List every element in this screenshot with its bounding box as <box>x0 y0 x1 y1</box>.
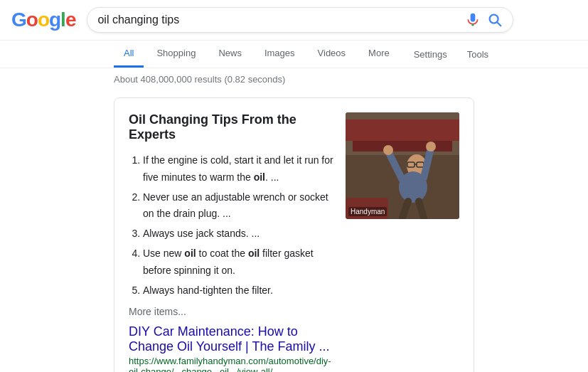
settings-link[interactable]: Settings <box>405 42 456 67</box>
image-credit: Handyman <box>348 207 387 216</box>
nav-tabs: All Shopping News Images Videos More Set… <box>0 41 588 68</box>
main-content: Oil Changing Tips From the Experts If th… <box>0 90 588 372</box>
svg-rect-5 <box>346 119 459 141</box>
list-item: If the engine is cold, start it and let … <box>143 152 334 186</box>
tab-shopping[interactable]: Shopping <box>146 41 205 68</box>
svg-rect-6 <box>353 141 452 152</box>
list-item: Never use an adjustable wrench or socket… <box>143 189 334 223</box>
google-logo: Google <box>11 9 75 31</box>
list-item: Always use jack stands. ... <box>143 225 334 243</box>
result-image-inner: Handyman <box>346 112 459 219</box>
tab-more[interactable]: More <box>358 41 400 68</box>
list-item: Always hand-tighten the filter. <box>143 282 334 299</box>
svg-point-14 <box>383 145 393 155</box>
list-item: Use new oil to coat the oil filter gaske… <box>143 245 334 280</box>
svg-line-17 <box>419 201 424 218</box>
search-bar <box>87 7 513 33</box>
link-row: DIY Car Maintenance: How to Change Oil Y… <box>129 324 334 372</box>
mic-icon[interactable] <box>466 13 480 27</box>
mechanic-illustration <box>346 112 459 219</box>
svg-line-2 <box>498 22 501 26</box>
result-link[interactable]: DIY Car Maintenance: How to Change Oil Y… <box>129 324 329 354</box>
tools-link[interactable]: Tools <box>459 42 497 67</box>
results-info: About 408,000,000 results (0.82 seconds) <box>0 68 588 90</box>
result-card-title: Oil Changing Tips From the Experts <box>129 112 334 142</box>
result-text: Oil Changing Tips From the Experts If th… <box>129 112 334 372</box>
tab-images[interactable]: Images <box>255 41 305 68</box>
search-icons <box>466 12 503 28</box>
result-url: https://www.familyhandyman.com/automotiv… <box>129 356 334 372</box>
search-input[interactable] <box>97 14 460 26</box>
tab-news[interactable]: News <box>208 41 252 68</box>
result-image: Handyman <box>346 112 459 219</box>
tab-all[interactable]: All <box>114 41 144 68</box>
result-list: If the engine is cold, start it and let … <box>129 152 334 299</box>
search-icon[interactable] <box>487 12 503 28</box>
tab-videos[interactable]: Videos <box>308 41 356 68</box>
header: Google <box>0 0 588 41</box>
svg-rect-0 <box>472 24 474 26</box>
result-card: Oil Changing Tips From the Experts If th… <box>114 97 474 372</box>
more-items-link[interactable]: More items... <box>129 306 334 317</box>
svg-point-15 <box>426 142 436 152</box>
